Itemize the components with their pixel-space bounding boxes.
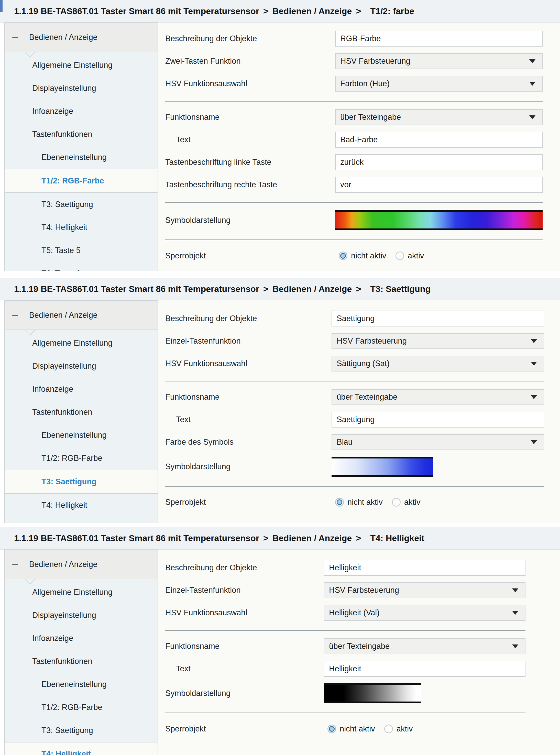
breadcrumb-section[interactable]: Bedienen / Anzeige xyxy=(273,533,352,543)
field-label: HSV Funktionsauswahl xyxy=(165,608,324,617)
sidebar-item-t12-rgb-farbe[interactable]: T1/2: RGB-Farbe xyxy=(5,447,158,470)
sidebar-item-allgemeine-einstellung[interactable]: Allgemeine Einstellung xyxy=(5,54,158,77)
form-row: Sperrobjekt nicht aktiv aktiv xyxy=(165,494,544,510)
sidebar-item-t3-saettigung[interactable]: T3: Saettigung xyxy=(5,470,158,494)
field-label: Text xyxy=(165,415,332,424)
select-value: Farbton (Hue) xyxy=(340,79,389,88)
breadcrumb-section[interactable]: Bedienen / Anzeige xyxy=(273,284,352,294)
sidebar-item-t4-helligkeit[interactable]: T4: Helligkeit xyxy=(5,742,158,755)
field-label: Einzel-Tastenfunktion xyxy=(165,336,332,346)
sidebar-item-t5-taste-5[interactable]: T5: Taste 5 xyxy=(5,239,158,262)
beschreibung-der-objekte-input[interactable] xyxy=(332,311,544,326)
sidebar-item-allgemeine-einstellung[interactable]: Allgemeine Einstellung xyxy=(5,581,158,604)
radio-label[interactable]: nicht aktiv xyxy=(351,251,386,260)
radio-nicht-aktiv[interactable] xyxy=(327,724,336,733)
sidebar-item-tastenfunktionen[interactable]: Tastenfunktionen xyxy=(5,123,158,146)
sidebar-item-ebeneneinstellung[interactable]: Ebeneneinstellung xyxy=(5,424,158,447)
parameter-form: Beschreibung der Objekte Einzel-Tastenfu… xyxy=(158,550,560,755)
tastenbeschriftung-rechte-taste-input[interactable] xyxy=(335,177,543,193)
sidebar-group-bedienen-anzeige[interactable]: − Bedienen / Anzeige xyxy=(5,300,158,330)
sidebar-item-t6-taste-6[interactable]: T6: Taste 6 xyxy=(5,262,158,271)
sidebar-item-infoanzeige[interactable]: Infoanzeige xyxy=(5,378,158,401)
select-value: über Texteingabe xyxy=(340,113,401,122)
text-input[interactable] xyxy=(332,412,544,428)
hsv-funktionsauswahl-select[interactable]: Farbton (Hue) xyxy=(335,76,543,92)
einzel-tastenfunktion-select[interactable]: HSV Farbsteuerung xyxy=(324,582,525,598)
beschreibung-der-objekte-input[interactable] xyxy=(324,560,525,576)
field-label: Beschreibung der Objekte xyxy=(165,563,324,572)
radio-dot xyxy=(337,499,342,505)
sidebar-group-label: Bedienen / Anzeige xyxy=(29,560,98,569)
sidebar-items: Allgemeine Einstellung Displayeinstellun… xyxy=(5,330,158,523)
form-row: Beschreibung der Objekte xyxy=(165,311,544,326)
breadcrumb-separator: > xyxy=(356,533,361,543)
collapse-icon[interactable]: − xyxy=(12,559,18,570)
sidebar-item-t4-helligkeit[interactable]: T4: Helligkeit xyxy=(5,216,158,239)
form-row: Beschreibung der Objekte xyxy=(165,560,525,576)
form-row: Text xyxy=(165,412,544,428)
text-input[interactable] xyxy=(324,661,525,677)
radio-label[interactable]: nicht aktiv xyxy=(347,498,383,507)
sidebar-item-ebeneneinstellung[interactable]: Ebeneneinstellung xyxy=(5,673,158,696)
radio-label[interactable]: nicht aktiv xyxy=(340,724,375,734)
radio-aktiv[interactable] xyxy=(392,498,401,506)
funktionsname-select[interactable]: über Texteingabe xyxy=(324,638,525,654)
field-label: Text xyxy=(165,135,335,144)
breadcrumb-current-page: T4: Helligkeit xyxy=(370,533,424,543)
radio-label[interactable]: aktiv xyxy=(408,251,424,260)
radio-aktiv[interactable] xyxy=(396,252,404,260)
collapse-icon[interactable]: − xyxy=(12,310,18,321)
sidebar: − Bedienen / Anzeige Allgemeine Einstell… xyxy=(4,550,158,755)
sidebar-item-displayeinstellung[interactable]: Displayeinstellung xyxy=(5,77,158,100)
sidebar-item-displayeinstellung[interactable]: Displayeinstellung xyxy=(5,604,158,627)
sidebar-item-tastenfunktionen[interactable]: Tastenfunktionen xyxy=(5,401,158,424)
breadcrumb-section[interactable]: Bedienen / Anzeige xyxy=(273,6,352,16)
hsv-funktionsauswahl-select[interactable]: Sättigung (Sat) xyxy=(332,356,544,372)
sidebar-item-displayeinstellung[interactable]: Displayeinstellung xyxy=(5,355,158,378)
sidebar-item-infoanzeige[interactable]: Infoanzeige xyxy=(5,627,158,650)
radio-nicht-aktiv[interactable] xyxy=(335,498,344,506)
sidebar-group-label: Bedienen / Anzeige xyxy=(29,311,98,320)
select-value: über Texteingabe xyxy=(329,642,389,651)
tastenbeschriftung-linke-taste-input[interactable] xyxy=(335,154,543,170)
sperrobjekt-radio-group: nicht aktiv aktiv xyxy=(335,251,433,260)
sidebar-item-t12-rgb-farbe[interactable]: T1/2: RGB-Farbe xyxy=(5,696,158,719)
sidebar-item-ebeneneinstellung[interactable]: Ebeneneinstellung xyxy=(5,146,158,169)
breadcrumb-current-page: T3: Saettigung xyxy=(370,284,431,294)
sidebar-item-t3-saettigung[interactable]: T3: Saettigung xyxy=(5,193,158,216)
beschreibung-der-objekte-input[interactable] xyxy=(335,31,543,46)
divider xyxy=(165,101,543,102)
radio-nicht-aktiv[interactable] xyxy=(339,252,347,260)
radio-aktiv[interactable] xyxy=(384,724,393,733)
breadcrumb-separator: > xyxy=(356,284,361,294)
sidebar-group-bedienen-anzeige[interactable]: − Bedienen / Anzeige xyxy=(5,550,158,579)
einzel-tastenfunktion-select[interactable]: HSV Farbsteuerung xyxy=(332,333,544,349)
chevron-down-icon xyxy=(512,644,518,648)
radio-label[interactable]: aktiv xyxy=(397,724,413,734)
sidebar-item-allgemeine-einstellung[interactable]: Allgemeine Einstellung xyxy=(5,332,158,355)
hsv-funktionsauswahl-select[interactable]: Helligkeit (Val) xyxy=(324,605,525,621)
text-input[interactable] xyxy=(335,132,543,147)
breadcrumb-device[interactable]: 1.1.19 BE-TAS86T.01 Taster Smart 86 mit … xyxy=(14,284,259,294)
form-row: Funktionsname über Texteingabe xyxy=(165,389,544,405)
chevron-down-icon xyxy=(531,395,537,399)
hue-gradient-preview xyxy=(335,210,543,230)
chevron-down-icon xyxy=(512,589,518,592)
sidebar-group-bedienen-anzeige[interactable]: − Bedienen / Anzeige xyxy=(5,22,158,52)
breadcrumb-device[interactable]: 1.1.19 BE-TAS86T.01 Taster Smart 86 mit … xyxy=(14,6,259,16)
sidebar-item-t3-saettigung[interactable]: T3: Saettigung xyxy=(5,719,158,742)
radio-label[interactable]: aktiv xyxy=(404,498,421,507)
sidebar-item-t4-helligkeit[interactable]: T4: Helligkeit xyxy=(5,494,158,517)
form-row: Symboldarstellung xyxy=(165,457,544,477)
collapse-icon[interactable]: − xyxy=(12,32,18,43)
breadcrumb-device[interactable]: 1.1.19 BE-TAS86T.01 Taster Smart 86 mit … xyxy=(14,533,259,543)
sidebar-item-tastenfunktionen[interactable]: Tastenfunktionen xyxy=(5,650,158,673)
funktionsname-select[interactable]: über Texteingabe xyxy=(332,389,544,405)
chevron-down-icon xyxy=(529,59,536,63)
sidebar-item-infoanzeige[interactable]: Infoanzeige xyxy=(5,100,158,123)
zwei-tasten-funktion-select[interactable]: HSV Farbsteuerung xyxy=(335,53,543,69)
funktionsname-select[interactable]: über Texteingabe xyxy=(335,109,543,125)
farbe-des-symbols-select[interactable]: Blau xyxy=(332,434,544,450)
field-label: Symboldarstellung xyxy=(165,216,335,225)
sidebar-item-t12-rgb-farbe[interactable]: T1/2: RGB-Farbe xyxy=(5,169,158,193)
